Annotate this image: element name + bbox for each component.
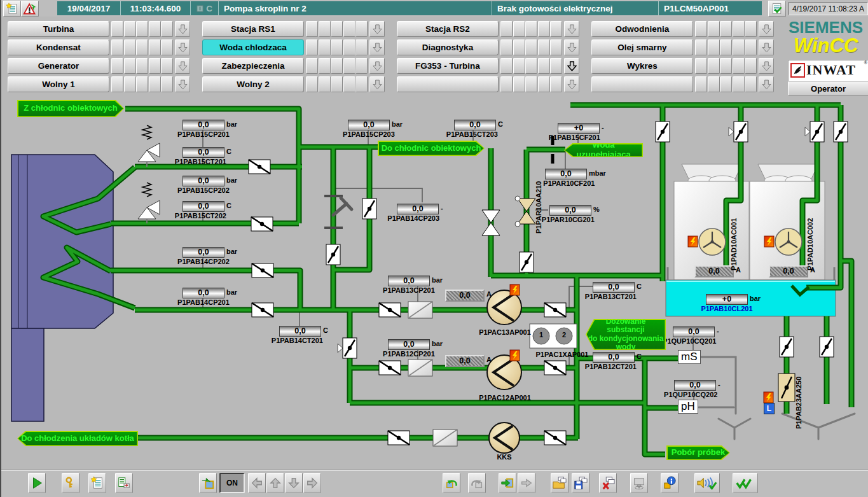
ack-list-button[interactable]: [768, 1, 786, 17]
valve[interactable]: [805, 122, 824, 142]
alarm-page-button[interactable]: [88, 473, 106, 493]
bypass-valve[interactable]: [482, 210, 500, 235]
check-valve[interactable]: [379, 303, 401, 317]
ack-indicator: C: [191, 1, 219, 15]
double-check-icon: [734, 475, 756, 491]
flow-label-boiler-cooling: Do chłodzenia układów kotła: [17, 431, 138, 446]
value-field: 0,0: [183, 120, 224, 130]
horn-ack-button[interactable]: [694, 473, 720, 493]
runtime-start-button[interactable]: [28, 473, 46, 493]
tag-label: P1PAB15CT203: [432, 130, 512, 138]
value-field: 0,0: [454, 120, 496, 130]
alarm-tag: P1LCM50AP001: [659, 1, 762, 15]
nav-up-button[interactable]: [266, 473, 284, 493]
check-valve[interactable]: [544, 303, 566, 317]
screen-back-button[interactable]: [443, 473, 460, 493]
fan-P1PAD10AC001[interactable]: [699, 228, 726, 255]
on-toggle-button[interactable]: ON: [219, 473, 245, 493]
nav-right-button[interactable]: [303, 473, 321, 493]
report-button[interactable]: [115, 473, 133, 493]
screen-switch-button[interactable]: [199, 473, 217, 493]
electric-fault-icon: [764, 236, 774, 247]
valve[interactable]: [834, 122, 848, 142]
tag-label: P1PAB13CP201: [369, 286, 449, 294]
pump-KKS[interactable]: [489, 423, 520, 453]
unit-label: bar: [226, 176, 237, 184]
unit-label: C: [498, 120, 503, 128]
display-P1PAB14CP202: 0,0barP1PAB14CP202: [183, 247, 237, 258]
screen-redo-button[interactable]: [468, 473, 486, 493]
display-P1PAB15CP202: 0,0barP1PAB15CP202: [183, 176, 237, 187]
unit-label: -: [441, 204, 443, 212]
horn-ack-icon: [696, 475, 718, 491]
value-field: +0: [706, 294, 748, 305]
display-P1PAB13CT201: 0,0CP1PAB13CT201: [593, 282, 642, 293]
monitor-icon: [632, 476, 646, 490]
unit-label: C: [637, 353, 642, 360]
flow-label-sampling: Pobór próbek: [666, 445, 730, 460]
monitor-view-button[interactable]: [630, 473, 648, 493]
ack-all-button[interactable]: [733, 473, 758, 493]
valve[interactable]: [338, 338, 357, 358]
flow-label-dosing: Dozowanie substancji do kondycjonowania …: [586, 319, 666, 350]
value-field: 0,0: [183, 201, 224, 212]
unit-label: -: [718, 381, 720, 388]
flow-label-to-coolers: Do chłodnic obiektowych: [378, 141, 485, 156]
valve-P1PAB23AA250[interactable]: [778, 374, 795, 402]
display-P1PAR10CF201: 0,0mbarP1PAR10CF201: [545, 169, 606, 180]
valve[interactable]: [326, 244, 340, 265]
unit-label: bar: [226, 120, 237, 128]
fan-P1PAD10AC002[interactable]: [775, 228, 802, 255]
electric-fault-icon: [688, 236, 698, 247]
check-valve[interactable]: [544, 431, 566, 445]
manual-valve[interactable]: [324, 196, 352, 228]
valve[interactable]: [656, 122, 670, 142]
value-field: 0,0: [183, 176, 224, 186]
nav-down-button[interactable]: [285, 473, 303, 493]
check-valve[interactable]: [252, 263, 273, 277]
alarm-ack-button[interactable]: [21, 1, 39, 17]
arrow-down-icon: [287, 476, 301, 490]
check-valve[interactable]: [252, 303, 273, 317]
unit-label: mbar: [589, 169, 606, 177]
login-button[interactable]: [62, 473, 79, 493]
check-valve[interactable]: [388, 431, 410, 445]
info-button[interactable]: [661, 473, 679, 493]
valve[interactable]: [520, 252, 534, 272]
check-valve[interactable]: [251, 217, 273, 231]
screen-forward-button[interactable]: [518, 473, 535, 493]
tag-label: P1PAB15CP203: [329, 130, 409, 138]
check-valve[interactable]: [544, 361, 566, 375]
unit-label: C: [226, 202, 231, 209]
alarm-message: Pompa skroplin nr 2: [219, 1, 492, 15]
unit-label: C: [226, 148, 231, 155]
electric-fault-icon: [764, 392, 773, 403]
save-icon: [574, 476, 588, 490]
open-picture-button[interactable]: [551, 473, 568, 493]
equipment-label: P1PAC12AP001: [470, 394, 540, 402]
valve[interactable]: [780, 337, 794, 357]
save-button[interactable]: [572, 473, 589, 493]
new-note-button[interactable]: [3, 1, 21, 17]
tag-label: P1QUP10CQ202: [651, 391, 731, 398]
valve[interactable]: [729, 122, 748, 142]
check-valve[interactable]: [249, 160, 270, 174]
equipment-label: P1PAC13AP001: [470, 328, 540, 336]
value-field: 0,0: [183, 288, 224, 298]
tag-label: P1PAB15CT202: [160, 212, 240, 220]
equipment-label: mS: [678, 350, 701, 364]
screen-enter-button[interactable]: [499, 473, 516, 493]
value-field: 0,0: [769, 265, 808, 277]
local-mode-icon: L: [764, 403, 775, 414]
unit-label: -: [717, 327, 719, 335]
check-valve[interactable]: [379, 361, 401, 375]
unit-label: C: [637, 283, 642, 290]
display-P1PAB15CP201: 0,0barP1PAB15CP201: [183, 120, 237, 131]
tag-label: P1PAB14CP201: [163, 298, 244, 306]
delete-picture-button[interactable]: [599, 473, 617, 493]
nav-left-button[interactable]: [248, 473, 266, 493]
tag-label: P1PAB14CT201: [257, 337, 337, 344]
tag-label: P1PAB10CL201: [687, 305, 767, 312]
valve[interactable]: [820, 337, 834, 357]
unit-label: bar: [226, 288, 237, 296]
